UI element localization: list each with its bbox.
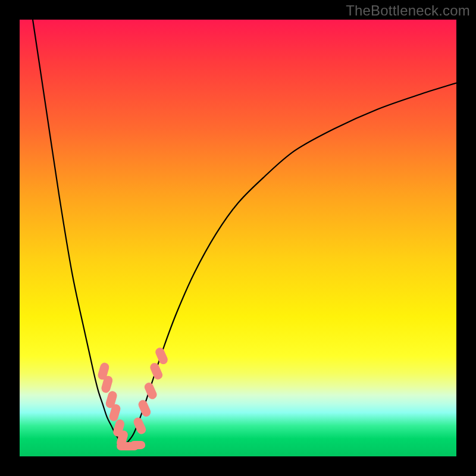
data-marker: [137, 399, 152, 418]
chart-svg: [20, 20, 456, 456]
data-marker: [130, 441, 145, 449]
data-marker: [149, 362, 164, 381]
watermark-text: TheBottleneck.com: [346, 2, 470, 19]
chart-frame: TheBottleneck.com: [0, 0, 476, 476]
data-marker: [154, 346, 169, 366]
curve-right-branch: [124, 83, 456, 445]
data-marker: [143, 381, 158, 401]
